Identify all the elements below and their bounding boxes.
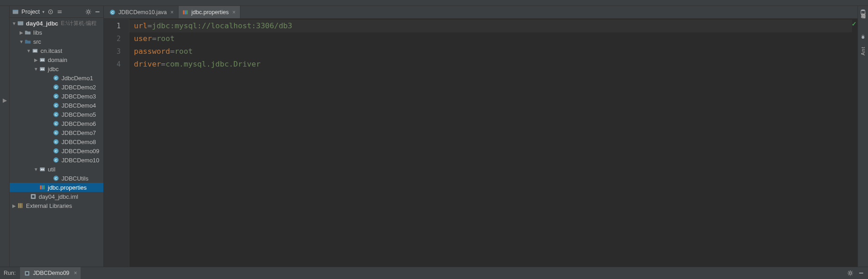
tree-label: JDBCDemo4 (61, 102, 96, 109)
close-icon[interactable]: × (170, 9, 174, 16)
close-icon[interactable]: × (232, 9, 235, 16)
minimize-icon[interactable] (858, 270, 864, 276)
svg-text:C: C (55, 122, 57, 126)
tree-root-module[interactable]: ▼ day04_jdbc E:\计算机·编程 (10, 19, 103, 28)
tree-label: JDBCDemo09 (61, 148, 99, 155)
svg-point-16 (43, 69, 44, 70)
svg-rect-42 (40, 186, 41, 190)
project-tool-window: Project ▾ ▼ (10, 6, 104, 267)
svg-point-38 (41, 169, 42, 170)
ant-tool-label[interactable]: Ant (860, 46, 866, 56)
run-tab[interactable]: JDBCDemo09 × (20, 267, 81, 279)
svg-point-3 (50, 11, 51, 12)
tree-label: domain (48, 57, 67, 63)
svg-rect-1 (13, 10, 18, 11)
svg-rect-60 (859, 273, 863, 274)
tree-label: JDBCDemo7 (61, 129, 96, 136)
java-class-icon: C (52, 129, 60, 136)
svg-rect-53 (185, 10, 186, 14)
line-number: 4 (104, 58, 129, 71)
svg-rect-5 (96, 11, 100, 12)
editor-tab-jdbcdemo10[interactable]: C JDBCDemo10.java × (106, 6, 179, 18)
line-number: 2 (104, 32, 129, 45)
code-line: password=root (134, 45, 853, 58)
svg-rect-58 (26, 272, 28, 274)
editor-gutter: 1 2 3 4 (104, 19, 129, 267)
tree-java-class[interactable]: ▶CJDBCDemo6 (10, 119, 103, 128)
tree-label: JDBCDemo2 (61, 84, 96, 91)
iml-file-icon (30, 193, 37, 200)
tree-java-class[interactable]: ▶CJdbcDemo1 (10, 73, 103, 83)
tree-label: jdbc (48, 66, 59, 72)
target-icon[interactable] (47, 9, 54, 15)
database-icon[interactable] (860, 9, 866, 15)
ant-icon[interactable] (860, 34, 866, 40)
java-class-icon: C (52, 102, 60, 109)
project-tool-title[interactable]: Project (21, 8, 40, 15)
tree-package-domain[interactable]: ▶ domain (10, 55, 103, 64)
svg-rect-48 (20, 203, 21, 208)
svg-text:C: C (55, 149, 57, 153)
svg-text:C: C (55, 85, 57, 89)
tree-file-iml[interactable]: ▶ day04_jdbc.iml (10, 192, 103, 201)
collapse-icon[interactable] (56, 9, 63, 15)
tree-label: JDBCDemo8 (61, 139, 96, 145)
tree-java-class[interactable]: ▶CJDBCDemo7 (10, 128, 103, 137)
editor-tab-bar: C JDBCDemo10.java × jdbc.properties × (104, 6, 858, 19)
svg-rect-8 (33, 49, 38, 53)
svg-text:C: C (55, 158, 57, 162)
minimize-icon[interactable] (94, 9, 101, 15)
svg-point-4 (87, 10, 89, 13)
svg-rect-47 (18, 203, 20, 208)
tree-path-hint: E:\计算机·编程 (61, 20, 97, 27)
svg-rect-52 (183, 10, 184, 14)
svg-point-10 (36, 51, 36, 52)
tree-java-class[interactable]: ▶CJDBCDemo10 (10, 155, 103, 165)
tree-folder-src[interactable]: ▼ src (10, 37, 103, 46)
svg-text:C: C (55, 176, 57, 181)
tree-java-class[interactable]: ▶CJDBCDemo09 (10, 146, 103, 155)
properties-file-icon (182, 9, 189, 16)
svg-rect-11 (40, 58, 45, 62)
tree-folder-libs[interactable]: ▶ libs (10, 28, 103, 37)
tree-package-jdbc[interactable]: ▼ jdbc (10, 64, 103, 73)
tree-label: JdbcDemo1 (61, 75, 93, 82)
svg-point-55 (861, 10, 865, 11)
tree-external-libraries[interactable]: ▶ External Libraries (10, 201, 103, 210)
gear-icon[interactable] (847, 270, 853, 276)
svg-text:C: C (111, 10, 114, 14)
svg-text:C: C (55, 76, 57, 80)
tree-java-class[interactable]: ▶CJDBCDemo4 (10, 101, 103, 110)
tree-java-class[interactable]: ▶CJDBCDemo8 (10, 137, 103, 146)
close-icon[interactable]: × (74, 270, 77, 276)
tree-label: day04_jdbc.iml (39, 193, 78, 200)
tree-label: JDBCDemo6 (61, 120, 96, 127)
tree-label: cn.itcast (41, 47, 62, 54)
editor-body[interactable]: 1 2 3 4 url=jdbc:mysql://localhost:3306/… (104, 19, 858, 267)
java-class-icon: C (52, 120, 60, 127)
svg-rect-54 (186, 10, 188, 14)
svg-text:C: C (55, 131, 57, 135)
svg-point-13 (43, 60, 44, 61)
database-tool-label[interactable]: 数据库 (860, 21, 867, 23)
collapsed-tool-icon[interactable]: ▶ (3, 97, 7, 103)
gear-icon[interactable] (85, 9, 92, 15)
tree-file-jdbc-properties[interactable]: ▶ jdbc.properties (10, 183, 103, 192)
project-tree[interactable]: ▼ day04_jdbc E:\计算机·编程 ▶ libs (10, 18, 103, 267)
tree-package-root[interactable]: ▼ cn.itcast (10, 46, 103, 55)
java-class-icon: C (52, 147, 60, 155)
tree-java-class[interactable]: ▶CJDBCDemo2 (10, 83, 103, 92)
tree-label: util (48, 166, 56, 173)
tree-package-util[interactable]: ▼ util (10, 165, 103, 174)
editor-tab-label: jdbc.properties (191, 9, 229, 16)
editor-tab-jdbc-properties[interactable]: jdbc.properties × (179, 6, 240, 18)
svg-point-59 (849, 272, 851, 274)
java-class-icon: C (52, 138, 60, 145)
package-icon (31, 47, 39, 54)
tree-java-class[interactable]: ▶CJDBCUtils (10, 174, 103, 183)
tree-java-class[interactable]: ▶CJDBCDemo5 (10, 110, 103, 119)
chevron-down-icon[interactable]: ▾ (42, 10, 45, 14)
tree-java-class[interactable]: ▶CJDBCDemo3 (10, 92, 103, 101)
left-tool-stripe: ▶ (0, 6, 10, 267)
editor-code[interactable]: url=jdbc:mysql://localhost:3306/db3 user… (129, 19, 853, 267)
